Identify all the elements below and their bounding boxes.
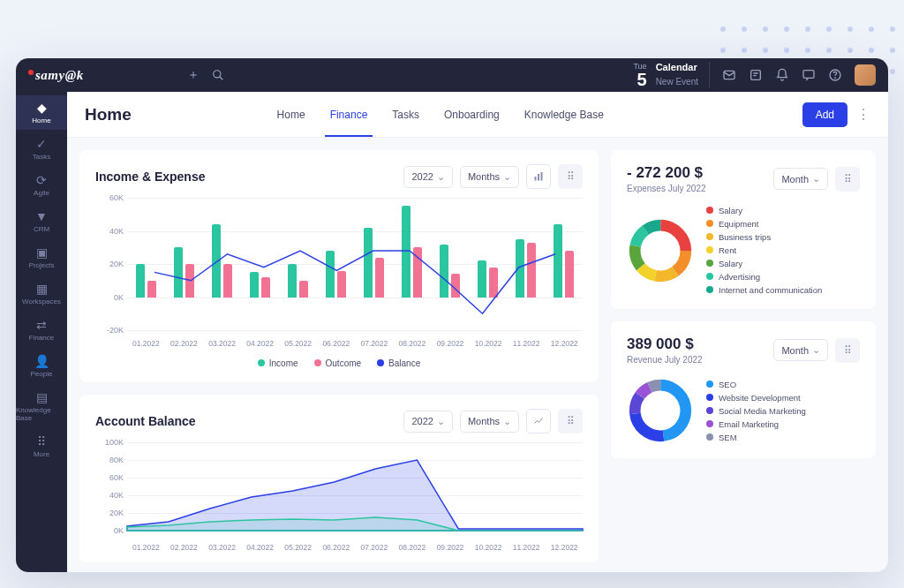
sidebar-item-label: More <box>34 450 49 458</box>
help-icon[interactable] <box>828 68 842 82</box>
sidebar-item-agile[interactable]: ⟳Agile <box>16 168 67 202</box>
revenue-donut <box>627 377 694 444</box>
grid-button[interactable]: ⠿ <box>558 409 583 433</box>
calendar-sub: New Event <box>656 77 698 87</box>
legend-item: Email Marketing <box>706 419 806 429</box>
year-select[interactable]: 2022 <box>403 166 452 188</box>
legend-item: SEO <box>706 380 806 389</box>
sidebar-item-projects[interactable]: ▣Projects <box>16 240 67 275</box>
avatar[interactable] <box>855 64 876 86</box>
svg-line-1 <box>219 77 222 80</box>
sidebar-item-label: Tasks <box>33 153 50 161</box>
svg-point-0 <box>213 71 220 78</box>
chart-type-button[interactable] <box>526 409 551 433</box>
chart-type-button[interactable] <box>526 164 551 189</box>
legend-item: Advertising <box>706 272 822 282</box>
period-select[interactable]: Month <box>773 168 828 190</box>
app-window: samy@k ＋ Tue 5 Calendar New Event ◆H <box>16 58 888 572</box>
svg-rect-7 <box>535 177 537 181</box>
legend-income: Income <box>258 358 298 368</box>
expenses-donut <box>627 217 694 284</box>
legend-balance: Balance <box>377 358 420 368</box>
grid-button[interactable]: ⠿ <box>558 164 583 189</box>
page-header: Home HomeFinanceTasksOnboardingKnowledge… <box>67 92 888 138</box>
revenue-card: 389 000 $ Revenue July 2022 Month ⠿ SEOW… <box>611 321 876 458</box>
revenue-sub: Revenue July 2022 <box>627 355 703 365</box>
card-title: Account Balance <box>95 414 196 428</box>
add-button[interactable]: Add <box>802 102 848 127</box>
chat-icon[interactable] <box>802 68 816 82</box>
search-icon[interactable] <box>206 69 230 81</box>
legend-item: Social Media Marketing <box>706 406 806 416</box>
note-icon[interactable] <box>749 68 763 82</box>
sidebar-item-people[interactable]: 👤People <box>16 349 67 383</box>
sidebar-item-label: People <box>31 370 53 378</box>
home-icon: ◆ <box>37 101 47 115</box>
day-number: 5 <box>637 70 647 89</box>
legend-item: SEM <box>706 433 806 442</box>
tab-finance[interactable]: Finance <box>328 93 370 137</box>
chart-legend: Income Outcome Balance <box>95 358 583 368</box>
finance-icon: ⇄ <box>36 318 47 332</box>
account-balance-card: Account Balance 2022 Months ⠿ 0K20K40K60… <box>79 395 599 562</box>
tasks-icon: ✓ <box>36 137 47 151</box>
svg-rect-8 <box>538 174 539 181</box>
legend-outcome: Outcome <box>314 358 362 368</box>
more-icon[interactable]: ⋮ <box>856 106 870 123</box>
tab-tasks[interactable]: Tasks <box>390 93 421 137</box>
topbar: samy@k ＋ Tue 5 Calendar New Event <box>16 58 888 92</box>
sidebar-item-label: Projects <box>29 261 55 269</box>
legend-item: Salary <box>706 206 822 215</box>
year-select[interactable]: 2022 <box>403 411 452 433</box>
logo: samy@k <box>28 68 84 83</box>
grid-button[interactable]: ⠿ <box>835 167 860 192</box>
people-icon: 👤 <box>34 354 49 368</box>
revenue-value: 389 000 $ <box>627 335 703 353</box>
sidebar-item-home[interactable]: ◆Home <box>16 95 67 130</box>
expenses-legend: SalaryEquipmentBusiness tripsRentSalaryA… <box>706 206 822 295</box>
sidebar-item-workspaces[interactable]: ▦Workspaces <box>16 276 67 311</box>
sidebar-item-crm[interactable]: ▼CRM <box>16 204 67 238</box>
sidebar-item-label: Home <box>32 117 50 124</box>
sidebar: ◆Home✓Tasks⟳Agile▼CRM▣Projects▦Workspace… <box>16 92 67 572</box>
bell-icon[interactable] <box>775 68 789 82</box>
sidebar-item-label: Workspaces <box>22 298 61 305</box>
sidebar-item-tasks[interactable]: ✓Tasks <box>16 132 67 166</box>
expenses-card: - 272 200 $ Expenses July 2022 Month ⠿ S… <box>611 150 876 309</box>
tabs: HomeFinanceTasksOnboardingKnowledge Base <box>275 93 606 137</box>
agile-icon: ⟳ <box>36 173 47 187</box>
more-icon: ⠿ <box>37 434 46 449</box>
expenses-sub: Expenses July 2022 <box>627 184 706 193</box>
legend-item: Internet and communication <box>706 285 822 295</box>
tab-onboarding[interactable]: Onboarding <box>442 93 501 137</box>
sidebar-item-knowledge-base[interactable]: ▤Knowledge Base <box>16 385 67 427</box>
kb-icon: ▤ <box>36 390 48 404</box>
mail-icon[interactable] <box>722 68 736 82</box>
legend-item: Website Development <box>706 393 806 403</box>
sidebar-item-label: Knowledge Base <box>16 406 67 422</box>
svg-rect-9 <box>541 172 543 181</box>
tab-knowledge-base[interactable]: Knowledge Base <box>523 93 606 137</box>
sidebar-item-label: CRM <box>34 225 49 233</box>
card-title: Income & Expense <box>95 170 206 184</box>
crm-icon: ▼ <box>35 209 48 223</box>
sidebar-item-more[interactable]: ⠿More <box>16 429 67 464</box>
period-select[interactable]: Months <box>460 411 519 433</box>
page-title: Home <box>85 105 132 124</box>
svg-rect-4 <box>803 71 814 79</box>
revenue-legend: SEOWebsite DevelopmentSocial Media Marke… <box>706 380 806 442</box>
period-select[interactable]: Month <box>773 339 828 361</box>
period-select[interactable]: Months <box>460 166 519 188</box>
expenses-value: - 272 200 $ <box>627 164 706 182</box>
date-block[interactable]: Tue 5 Calendar New Event <box>633 62 710 88</box>
tab-home[interactable]: Home <box>275 93 307 137</box>
svg-point-6 <box>835 78 836 79</box>
grid-button[interactable]: ⠿ <box>835 338 860 363</box>
projects-icon: ▣ <box>36 245 48 260</box>
income-expense-card: Income & Expense 2022 Months ⠿ -20K0K20K… <box>79 150 599 382</box>
sidebar-item-label: Finance <box>29 334 54 342</box>
plus-icon[interactable]: ＋ <box>181 67 206 83</box>
sidebar-item-finance[interactable]: ⇄Finance <box>16 313 67 347</box>
income-expense-chart: -20K0K20K40K60K01.202202.202203.202204.2… <box>127 198 583 348</box>
workspaces-icon: ▦ <box>36 282 48 296</box>
